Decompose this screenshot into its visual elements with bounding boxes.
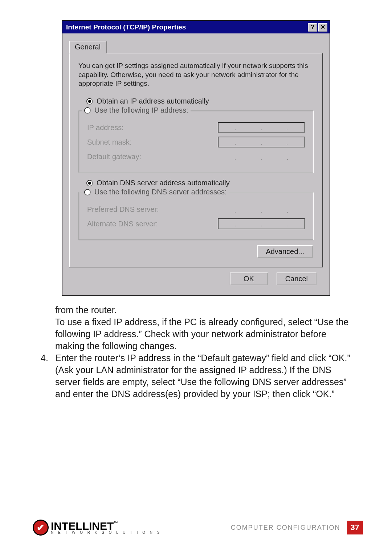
input-preferred-dns[interactable]: ... xyxy=(218,204,305,215)
label-alternate-dns: Alternate DNS server: xyxy=(87,220,158,228)
label-ip-address: IP address: xyxy=(87,124,124,132)
input-default-gateway[interactable]: ... xyxy=(218,151,305,162)
tab-general[interactable]: General xyxy=(69,41,107,53)
intro-text: You can get IP settings assigned automat… xyxy=(78,61,314,88)
advanced-button[interactable]: Advanced... xyxy=(257,245,313,258)
input-alternate-dns[interactable]: ... xyxy=(218,218,305,229)
radio-label: Use the following DNS server addresses: xyxy=(94,188,227,196)
cancel-button[interactable]: Cancel xyxy=(277,273,317,285)
radio-icon xyxy=(86,98,93,105)
radio-icon xyxy=(84,189,91,195)
radio-label: Use the following IP address: xyxy=(94,106,188,114)
ok-button[interactable]: OK xyxy=(230,273,268,285)
radio-use-following-ip[interactable]: Use the following IP address: xyxy=(82,106,191,114)
dialog-titlebar: Internet Protocol (TCP/IP) Properties ? … xyxy=(62,21,330,33)
general-panel: You can get IP settings assigned automat… xyxy=(69,53,323,267)
close-button[interactable]: ✕ xyxy=(318,23,327,32)
input-ip-address[interactable]: ... xyxy=(218,122,305,133)
check-icon xyxy=(33,520,49,536)
radio-obtain-ip-auto[interactable]: Obtain an IP address automatically xyxy=(86,97,314,105)
label-subnet-mask: Subnet mask: xyxy=(87,138,131,146)
input-subnet-mask[interactable]: ... xyxy=(218,137,305,148)
radio-obtain-dns-auto[interactable]: Obtain DNS server address automatically xyxy=(86,179,314,187)
help-button[interactable]: ? xyxy=(308,23,317,32)
document-body: from the router. To use a fixed IP addre… xyxy=(33,304,359,400)
radio-icon xyxy=(84,107,91,114)
help-icon: ? xyxy=(311,24,314,30)
step-text: Enter the router’s IP address in the “De… xyxy=(55,352,357,400)
dns-group: Use the following DNS server addresses: … xyxy=(78,192,314,240)
radio-use-following-dns[interactable]: Use the following DNS server addresses: xyxy=(82,188,229,196)
tcpip-properties-dialog: Internet Protocol (TCP/IP) Properties ? … xyxy=(62,20,330,296)
page-footer: INTELLINET™ N E T W O R K S O L U T I O … xyxy=(33,520,363,536)
dialog-title: Internet Protocol (TCP/IP) Properties xyxy=(66,23,186,31)
radio-icon xyxy=(86,180,93,186)
doc-line: from the router. xyxy=(41,304,357,316)
close-icon: ✕ xyxy=(320,24,325,30)
step-number: 4. xyxy=(41,352,55,400)
footer-section: COMPUTER CONFIGURATION xyxy=(231,524,340,532)
brand-tagline: N E T W O R K S O L U T I O N S xyxy=(51,531,161,534)
radio-label: Obtain DNS server address automatically xyxy=(97,179,230,187)
label-preferred-dns: Preferred DNS server: xyxy=(87,205,159,214)
page-number: 37 xyxy=(347,521,363,534)
brand-name: INTELLINET™ xyxy=(51,521,161,531)
label-default-gateway: Default gateway: xyxy=(87,153,141,161)
brand-logo: INTELLINET™ N E T W O R K S O L U T I O … xyxy=(33,520,161,536)
radio-label: Obtain an IP address automatically xyxy=(97,97,209,105)
ip-address-group: Use the following IP address: IP address… xyxy=(78,110,314,173)
doc-paragraph: To use a fixed IP address, if the PC is … xyxy=(41,316,357,352)
